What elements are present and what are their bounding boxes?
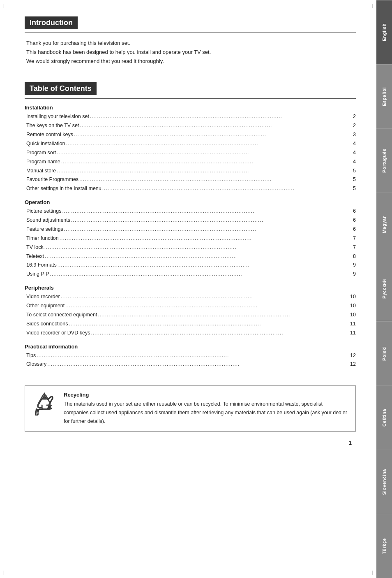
toc-label-1-4: TV lock [26,243,44,252]
toc-entry-2-2: To select connected equipment ..........… [25,311,356,320]
toc-dots-1-1: ........................................… [71,216,352,225]
toc-dots-1-7: ........................................… [50,270,352,279]
toc-page-2-2: 10 [350,311,356,320]
corner-mark-br: | [372,570,373,575]
toc-dots-0-5: ........................................… [61,158,352,166]
toc-category-3: Practical information [25,344,356,350]
side-tab-türkçe[interactable]: Türkçe [376,514,392,578]
toc-label-0-6: Manual store [26,167,56,176]
toc-dots-1-2: ........................................… [64,225,352,234]
toc-label-0-5: Program name [26,158,60,167]
toc-section: Table of Contents InstallationInstalling… [25,82,356,369]
toc-label-2-3: Sides connections [26,320,68,329]
toc-page-1-1: 6 [353,216,356,225]
toc-entry-1-2: Feature settings .......................… [25,225,356,234]
toc-dots-0-1: ........................................… [80,121,352,130]
toc-dots-1-6: ........................................… [58,261,352,269]
toc-label-1-2: Feature settings [26,225,63,234]
toc-dots-0-7: ........................................… [79,175,352,184]
toc-entry-0-6: Manual store ...........................… [25,167,356,176]
toc-divider [25,98,356,99]
toc-label-0-1: The keys on the TV set [26,121,79,130]
toc-category-2: Peripherals [25,285,356,291]
toc-page-3-0: 12 [350,351,356,360]
toc-entry-0-0: Installing your television set .........… [25,112,356,121]
intro-section: Introduction Thank you for purchasing th… [25,16,356,66]
side-tab-čeština[interactable]: Čeština [376,385,392,450]
toc-page-0-3: 4 [353,139,356,149]
toc-entry-0-7: Favourite Programmes ...................… [25,175,356,184]
toc-dots-2-3: ........................................… [69,320,349,328]
side-tab-english[interactable]: English [376,0,392,64]
side-tab-magyar[interactable]: Magyar [376,193,392,257]
toc-dots-1-3: ........................................… [60,234,352,243]
toc-page-1-2: 6 [353,225,356,234]
toc-label-1-7: Using PIP [26,270,49,279]
side-tab-русский[interactable]: Русский [376,257,392,321]
side-tab-strip: EnglishEspañolPortuguêsMagyarРусскийPols… [376,0,392,578]
toc-dots-2-4: ........................................… [91,329,349,337]
toc-entry-3-1: Glossary ...............................… [25,360,356,369]
toc-label-2-1: Other equipment [26,302,65,311]
side-tab-español[interactable]: Español [376,64,392,128]
toc-page-1-7: 9 [353,270,356,279]
toc-dots-2-1: ........................................… [65,302,349,310]
toc-label-1-6: 16:9 Formats [26,261,57,270]
toc-entry-1-3: Timer function .........................… [25,234,356,243]
toc-entry-0-4: Program sort ...........................… [25,149,356,158]
toc-entry-3-0: Tips ...................................… [25,351,356,360]
toc-entry-0-5: Program name ...........................… [25,158,356,167]
recycling-text: The materials used in your set are eithe… [64,400,348,425]
toc-label-2-4: Video recorder or DVD keys [26,329,90,338]
toc-page-2-4: 11 [350,329,356,338]
toc-entry-1-4: TV lock ................................… [25,243,356,252]
toc-page-0-6: 5 [353,167,356,176]
toc-dots-1-5: ........................................… [45,252,352,261]
toc-page-0-7: 5 [353,175,356,184]
corner-mark-bl: | [3,570,5,575]
page-number: 1 [25,440,356,446]
toc-entry-1-6: 16:9 Formats ...........................… [25,261,356,270]
toc-label-2-0: Video recorder [26,292,60,302]
toc-entry-0-8: Other settings in the Install menu .....… [25,184,356,193]
toc-page-3-1: 12 [350,360,356,369]
side-tab-slovenčina[interactable]: Slovenčina [376,450,392,514]
toc-page-0-1: 2 [353,121,356,130]
toc-dots-0-4: ........................................… [57,149,352,157]
side-tab-português[interactable]: Português [376,128,392,193]
toc-entry-1-0: Picture settings .......................… [25,207,356,216]
toc-page-1-4: 7 [353,243,356,252]
toc-page-1-3: 7 [353,234,356,243]
toc-category-0: Installation [25,104,356,111]
toc-label-3-0: Tips [26,351,36,360]
intro-line-1: Thank you for purchasing this television… [26,39,356,48]
toc-dots-3-1: ........................................… [47,360,349,369]
toc-entry-1-1: Sound adjustments ......................… [25,216,356,225]
side-tab-polski[interactable]: Polski [376,321,392,385]
toc-page-0-2: 3 [353,130,356,139]
toc-label-2-2: To select connected equipment [26,311,97,320]
intro-divider [25,32,356,33]
toc-dots-3-0: ........................................… [37,351,349,360]
toc-entry-1-7: Using PIP ..............................… [25,270,356,279]
toc-page-1-0: 6 [353,207,356,216]
recycling-icon [32,392,56,416]
main-content: Introduction Thank you for purchasing th… [0,0,376,462]
toc-label-0-4: Program sort [26,149,56,158]
toc-page-2-1: 10 [350,302,356,311]
toc-page-0-4: 4 [353,149,356,158]
toc-dots-2-0: ........................................… [61,292,349,301]
toc-page-2-3: 11 [350,320,356,329]
toc-dots-0-8: ........................................… [102,184,352,193]
toc-page-0-8: 5 [353,184,356,193]
toc-category-1: Operation [25,199,356,205]
corner-mark-tl: | [3,3,5,8]
toc-page-0-0: 2 [353,112,356,121]
toc-label-0-8: Other settings in the Install menu [26,184,101,193]
toc-label-0-3: Quick installation [26,139,65,149]
recycling-title: Recycling [64,392,348,398]
toc-header: Table of Contents [25,82,97,95]
toc-label-1-5: Teletext [26,252,44,261]
toc-entry-0-3: Quick installation .....................… [25,139,356,149]
toc-label-0-2: Remote control keys [26,130,73,139]
